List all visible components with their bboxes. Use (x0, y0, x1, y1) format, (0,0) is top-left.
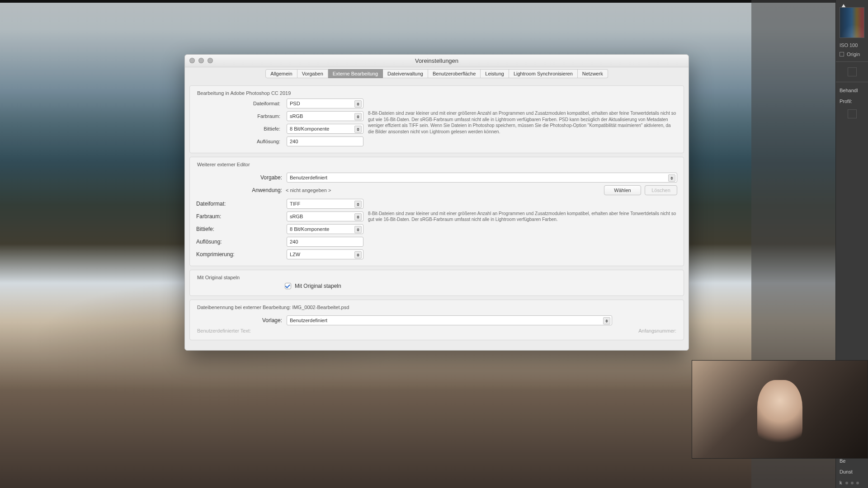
tab-dateiverwaltung[interactable]: Dateiverwaltung (383, 69, 428, 78)
checkbox-icon (840, 52, 844, 56)
label-bittiefe: Bittiefe: (196, 126, 282, 131)
chevron-updown-icon (354, 226, 362, 233)
group-stack-original: Mit Original stapeln Mit Original stapel… (189, 270, 684, 296)
original-checkbox-row[interactable]: Origin (836, 50, 868, 59)
select-vorlage[interactable]: Benutzerdefiniert (287, 315, 612, 325)
group-title: Bearbeitung in Adobe Photoshop CC 2019 (196, 90, 677, 99)
tab-bar: AllgemeinVorgabenExterne BearbeitungDate… (185, 67, 689, 78)
label-farbraum-2: Farbraum: (196, 213, 282, 220)
chevron-updown-icon (354, 201, 362, 208)
tab-leistung[interactable]: Leistung (481, 69, 509, 78)
label-farbraum: Farbraum: (196, 113, 282, 119)
choose-button[interactable]: Wählen (604, 185, 641, 195)
stack-original-label: Mit Original stapeln (295, 283, 341, 289)
label-bittiefe-2: Bittiefe: (196, 226, 282, 232)
label-dateiformat: Dateiformat: (196, 101, 282, 106)
chevron-updown-icon (603, 317, 610, 324)
select-farbraum-2[interactable]: sRGB (287, 211, 363, 221)
group-photoshop-edit: Bearbeitung in Adobe Photoshop CC 2019 D… (189, 85, 684, 153)
select-dateiformat-2[interactable]: TIFF (287, 199, 363, 209)
label-komprimierung: Komprimierung: (196, 251, 282, 258)
chevron-updown-icon (354, 100, 362, 108)
select-dateiformat[interactable]: PSD (287, 99, 363, 108)
chevron-updown-icon (668, 174, 675, 182)
label-anwendung: Anwendung: (196, 187, 282, 193)
label-start-number: Anfangsnummer: (638, 328, 676, 333)
iso-readout: ISO 100 (836, 41, 868, 50)
group-title: Mit Original stapeln (196, 275, 677, 283)
input-aufloesung[interactable]: 240 (287, 136, 363, 146)
label-custom-text: Benutzerdefinierter Text: (197, 328, 251, 333)
select-farbraum[interactable]: sRGB (287, 111, 363, 121)
label-aufloesung-2: Auflösung: (196, 239, 282, 245)
tab-lightroom-synchronisieren[interactable]: Lightroom Synchronisieren (509, 69, 578, 78)
tab-benutzeroberfläche[interactable]: Benutzeroberfläche (428, 69, 481, 78)
tab-netzwerk[interactable]: Netzwerk (578, 69, 608, 78)
chevron-updown-icon (354, 126, 362, 133)
zoom-icon[interactable] (208, 58, 213, 63)
label-dateiformat-2: Dateiformat: (196, 201, 282, 207)
select-komprimierung[interactable]: LZW (287, 249, 363, 259)
window-controls (189, 58, 213, 63)
tab-externe-bearbeitung[interactable]: Externe Bearbeitung (328, 69, 383, 78)
group-title: Dateibenennung bei externer Bearbeitung:… (196, 305, 677, 313)
treatment-label: Behandl (836, 85, 868, 96)
minimize-icon[interactable] (198, 58, 204, 63)
preferences-dialog: Voreinstellungen AllgemeinVorgabenExtern… (184, 54, 689, 351)
label-vorgabe: Vorgabe: (196, 174, 282, 181)
dialog-title: Voreinstellungen (415, 57, 458, 64)
separator (836, 61, 868, 62)
stack-original-checkbox[interactable] (285, 283, 291, 289)
clear-button: Löschen (645, 185, 677, 195)
select-vorgabe[interactable]: Benutzerdefiniert (287, 173, 677, 183)
dehaze-label: Dunst (836, 466, 868, 477)
video-black-bar (0, 0, 868, 3)
tab-vorgaben[interactable]: Vorgaben (297, 69, 328, 78)
input-aufloesung-2[interactable]: 240 (287, 237, 363, 247)
select-bittiefe[interactable]: 8 Bit/Komponente (287, 124, 363, 134)
group-external-editor: Weiterer externer Editor Vorgabe: Benutz… (189, 157, 684, 266)
histogram[interactable] (840, 7, 864, 38)
eyedropper-icon[interactable] (848, 109, 857, 118)
panel-scroll-dots (836, 482, 868, 484)
group-file-naming: Dateibenennung bei externer Bearbeitung:… (189, 300, 684, 340)
webcam-overlay (692, 360, 868, 459)
profile-label: Profil: (836, 96, 868, 107)
label-vorlage: Vorlage: (196, 317, 282, 324)
titlebar: Voreinstellungen (185, 55, 689, 67)
chevron-updown-icon (354, 113, 362, 120)
chevron-updown-icon (354, 213, 362, 221)
label-aufloesung: Auflösung: (196, 139, 282, 144)
crop-tool-icon[interactable] (848, 67, 857, 76)
chevron-updown-icon (354, 251, 362, 258)
select-bittiefe-2[interactable]: 8 Bit/Komponente (287, 224, 363, 234)
application-value: < nicht angegeben > (286, 188, 600, 193)
group-title: Weiterer externer Editor (196, 162, 677, 170)
tab-allgemein[interactable]: Allgemein (265, 69, 297, 78)
close-icon[interactable] (189, 58, 195, 63)
info-text-2: 8-Bit-Dateien sind zwar kleiner und mit … (368, 211, 677, 223)
info-text: 8-Bit-Dateien sind zwar kleiner und mit … (368, 110, 677, 135)
separator (836, 82, 868, 82)
